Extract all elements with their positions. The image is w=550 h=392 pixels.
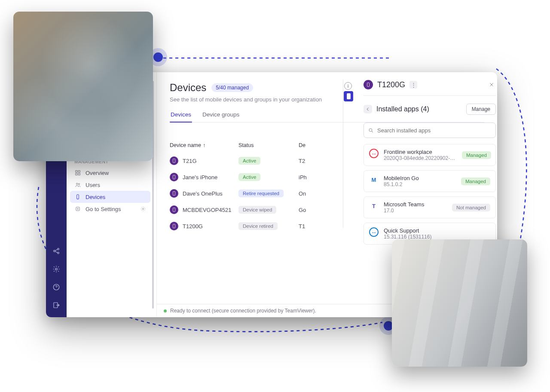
svg-point-23	[142, 208, 144, 210]
installed-apps-title: Installed apps (4)	[376, 105, 429, 113]
decorative-photo-person	[13, 12, 153, 161]
app-version: 2020Q3-084edde.20220902-112120203UAAI…	[384, 155, 457, 161]
more-menu-icon[interactable]: ⋮	[409, 81, 417, 89]
phone-icon	[170, 156, 178, 165]
app-card[interactable]: T Microsoft Teams 17.0 Not managed	[364, 196, 496, 218]
connector-node-1	[153, 52, 163, 62]
phone-icon	[74, 193, 81, 200]
back-button[interactable]	[364, 105, 372, 113]
app-card[interactable]: M MobileIron Go 85.1.0.2 Managed	[364, 170, 496, 192]
search-installed-apps[interactable]	[364, 122, 496, 138]
sidebar-label: Go to Settings	[86, 206, 121, 212]
managed-badge: 5/40 managed	[211, 83, 253, 92]
status-badge: Retire requested	[238, 190, 284, 197]
col-device-name[interactable]: Device name↑	[170, 142, 238, 148]
device-avatar-icon	[364, 80, 373, 89]
svg-rect-14	[76, 171, 77, 172]
status-text: Ready to connect (secure connection prov…	[170, 308, 316, 314]
svg-rect-26	[173, 192, 175, 196]
status-badge: Active	[238, 173, 260, 181]
sidebar-item-users[interactable]: Users	[70, 179, 150, 191]
app-icon: T	[369, 201, 379, 211]
app-status-badge: Managed	[461, 178, 490, 185]
sort-asc-icon: ↑	[203, 142, 205, 148]
col-status[interactable]: Status	[238, 142, 299, 148]
decorative-photo-office	[392, 239, 527, 367]
col-type[interactable]: De	[299, 142, 329, 148]
svg-rect-15	[78, 171, 80, 172]
info-icon[interactable]: i	[344, 82, 352, 90]
users-icon	[74, 181, 81, 188]
status-badge: Device wiped	[238, 206, 276, 214]
phone-icon	[170, 222, 178, 230]
device-type: On	[299, 190, 329, 197]
app-version: 85.1.0.2	[384, 181, 419, 187]
app-icon: M	[369, 175, 379, 184]
device-name: Dave's OnePlus	[183, 190, 223, 197]
rail-icon-help[interactable]	[52, 283, 61, 291]
manage-button[interactable]: Manage	[466, 104, 496, 115]
svg-rect-29	[347, 93, 351, 99]
page-title: Devices	[170, 82, 206, 94]
svg-rect-25	[173, 175, 175, 179]
status-badge: Active	[238, 157, 260, 165]
app-status-badge: Not managed	[452, 204, 490, 211]
search-input[interactable]	[377, 127, 491, 134]
svg-rect-28	[173, 224, 175, 228]
app-version: 15.31.116 (1531116)	[384, 234, 431, 240]
gear-icon	[140, 206, 146, 212]
device-name: T1200G	[183, 223, 203, 230]
app-name: MobileIron Go	[384, 175, 419, 181]
app-name: Microsoft Teams	[384, 201, 424, 208]
sidebar-item-go-settings[interactable]: Go to Settings	[70, 203, 150, 215]
phone-icon	[170, 189, 178, 198]
sidebar-label: Overview	[86, 170, 109, 176]
settings-icon	[74, 205, 81, 212]
device-type: Go	[299, 207, 329, 213]
sidebar-label: Devices	[86, 194, 105, 200]
app-icon: ↔	[369, 149, 379, 158]
search-icon	[368, 128, 374, 133]
app-status-badge: Managed	[462, 151, 491, 159]
device-type: iPh	[299, 174, 329, 181]
sidebar-label: Users	[86, 182, 100, 188]
app-name: Quick Support	[384, 227, 431, 234]
svg-rect-24	[173, 159, 175, 163]
tab-device-groups[interactable]: Device groups	[202, 111, 240, 122]
phone-icon	[170, 173, 178, 181]
app-card[interactable]: ↔ Frontline workplace 2020Q3-084edde.202…	[364, 144, 496, 166]
device-name: T21G	[183, 158, 197, 164]
close-button[interactable]	[487, 80, 496, 89]
device-name: MCBDEVGOP4521	[183, 207, 231, 213]
svg-point-18	[76, 183, 78, 185]
grid-icon	[74, 169, 81, 176]
svg-rect-30	[367, 83, 370, 87]
app-icon: ↔	[369, 227, 379, 237]
device-type: T1	[299, 223, 329, 230]
rail-icon-share[interactable]	[52, 247, 61, 255]
tab-devices[interactable]: Devices	[170, 111, 192, 122]
device-name: Jane's iPhone	[183, 174, 217, 181]
status-badge: Device retired	[238, 222, 278, 230]
svg-point-22	[77, 208, 78, 209]
svg-point-19	[78, 184, 79, 185]
svg-rect-21	[76, 207, 79, 211]
device-type: T2	[299, 158, 329, 164]
svg-point-3	[55, 268, 58, 270]
rail-icon-exit[interactable]	[52, 301, 61, 309]
status-dot-icon	[164, 309, 167, 312]
app-name: Frontline workplace	[384, 149, 457, 155]
svg-point-31	[369, 129, 372, 132]
device-detail-panel: T1200G ⋮ Installed apps (4) Manage ↔ Fro…	[364, 80, 496, 245]
sidebar-item-mdm-overview[interactable]: Overview	[70, 167, 150, 179]
device-tab-icon[interactable]	[344, 91, 353, 101]
panel-device-name: T1200G	[377, 80, 405, 89]
svg-rect-17	[78, 173, 80, 175]
sidebar-item-devices[interactable]: Devices	[70, 191, 150, 203]
svg-rect-27	[173, 208, 175, 212]
phone-icon	[170, 205, 178, 214]
panel-divider	[343, 80, 343, 228]
app-version: 17.0	[384, 208, 424, 214]
rail-icon-settings[interactable]	[52, 265, 61, 273]
svg-rect-16	[76, 173, 77, 175]
